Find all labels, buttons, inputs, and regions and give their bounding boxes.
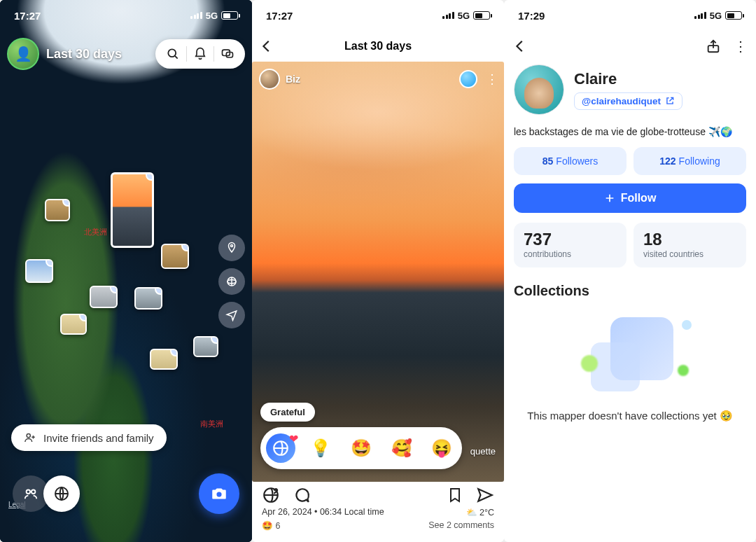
author-name: Biz [286, 74, 300, 85]
map-photo-pin[interactable] [90, 286, 118, 308]
map-topbar: 👤 Last 30 days [7, 38, 245, 70]
post-weather: ⛅ 2°C [466, 507, 494, 517]
empty-collections-text: This mapper doesn't have collections yet… [514, 410, 746, 422]
map-photo-pin[interactable] [111, 172, 154, 248]
action-pillbar [155, 39, 245, 69]
post-footer: Apr 26, 2024 • 06:34 Local time ⛅ 2°C 🤩 … [252, 482, 504, 542]
map-photo-pin[interactable] [150, 349, 178, 370]
author-avatar [259, 69, 280, 90]
battery-icon [725, 11, 742, 20]
signal-icon [694, 12, 706, 19]
back-button[interactable] [512, 39, 528, 54]
map-side-controls [218, 235, 245, 328]
camera-button[interactable] [199, 473, 239, 514]
share-icon[interactable] [706, 39, 721, 54]
map-label-na: 北美洲 [84, 227, 107, 237]
signal-icon [442, 12, 454, 19]
map-photo-pin[interactable] [161, 244, 189, 269]
svg-line-1 [175, 56, 178, 59]
bell-icon[interactable] [188, 47, 212, 61]
chat-icon[interactable] [216, 47, 239, 61]
pin-location-button[interactable] [218, 235, 245, 261]
invite-label: Invite friends and family [43, 432, 154, 444]
like-globe-icon[interactable] [262, 486, 280, 504]
invite-friends-button[interactable]: Invite friends and family [11, 424, 167, 451]
map-photo-pin[interactable] [193, 336, 218, 357]
profile-avatar[interactable]: 👤 [7, 38, 39, 70]
more-menu-icon[interactable]: ⋮ [486, 73, 498, 85]
post-timestamp: Apr 26, 2024 • 06:34 Local time [262, 507, 384, 517]
see-comments-link[interactable]: See 2 comments [428, 520, 494, 531]
locate-me-button[interactable] [218, 302, 245, 328]
svg-point-9 [31, 490, 35, 494]
profile-avatar[interactable] [514, 64, 564, 115]
search-icon[interactable] [161, 47, 185, 61]
svg-point-4 [231, 245, 233, 247]
send-icon[interactable] [476, 486, 494, 504]
map-photo-pin[interactable] [60, 314, 87, 335]
nav-title: Last 30 days [344, 40, 412, 53]
post-photo[interactable]: Biz ⋮ Grateful quette 💡 🤩 🥰 😝 [252, 62, 504, 482]
screen-post: 17:27 5G Last 30 days Biz [252, 0, 504, 542]
post-navbar: Last 30 days [252, 31, 504, 62]
network-label: 5G [458, 11, 470, 21]
reaction-bar: 💡 🤩 🥰 😝 [260, 427, 462, 469]
status-bar: 17:29 5G [504, 0, 756, 31]
contributions-card[interactable]: 737 contributions [514, 223, 626, 267]
post-author[interactable]: Biz [259, 69, 300, 90]
map-label-sa: 南美洲 [200, 419, 223, 429]
user-plus-icon [24, 431, 36, 444]
profile-handle-link[interactable]: @clairehaudiquet [574, 92, 682, 110]
svg-point-7 [27, 433, 30, 437]
network-label: 5G [710, 11, 722, 21]
reaction-count[interactable]: 🤩 6 [262, 520, 280, 531]
profile-name: Claire [574, 70, 682, 88]
separator [186, 46, 187, 62]
visibility-globe-icon[interactable] [459, 70, 477, 88]
follow-button[interactable]: Follow [514, 183, 746, 213]
map-photo-pin[interactable] [45, 199, 70, 221]
clock: 17:27 [14, 10, 41, 22]
comment-icon[interactable] [293, 486, 311, 504]
followers-button[interactable]: 85Followers [514, 147, 626, 175]
empty-collections-illustration [567, 314, 693, 398]
collections-heading: Collections [514, 283, 746, 299]
svg-point-8 [27, 490, 31, 494]
globe-view-button[interactable] [218, 268, 245, 295]
separator [214, 46, 214, 62]
reaction-globe-heart[interactable] [266, 433, 295, 463]
network-label: 5G [206, 11, 218, 21]
status-bar: 17:27 5G [252, 0, 504, 31]
mood-chip[interactable]: Grateful [260, 403, 315, 422]
feed-range-title[interactable]: Last 30 days [46, 47, 148, 62]
svg-point-0 [168, 49, 176, 57]
map-photo-pin[interactable] [134, 287, 162, 310]
screen-profile: 17:29 5G ⋮ Claire [504, 0, 756, 542]
svg-point-11 [216, 492, 221, 497]
status-bar: 17:27 5G [0, 0, 252, 31]
bookmark-icon[interactable] [447, 486, 463, 504]
reaction-starstruck[interactable]: 🤩 [346, 433, 376, 463]
screen-map: 北美洲 南美洲 17:27 5G 👤 Last 30 days [0, 0, 252, 542]
bottom-dock [0, 458, 252, 542]
reaction-idea[interactable]: 💡 [306, 433, 335, 463]
reaction-love[interactable]: 🥰 [387, 433, 416, 463]
battery-icon [221, 11, 238, 20]
reaction-silly[interactable]: 😝 [427, 433, 456, 463]
clock: 17:29 [518, 10, 545, 22]
clock: 17:27 [266, 10, 293, 22]
back-button[interactable] [259, 39, 274, 54]
plus-icon [604, 193, 615, 204]
countries-card[interactable]: 18 visited countries [634, 223, 746, 267]
more-menu-icon[interactable]: ⋮ [734, 38, 748, 55]
following-button[interactable]: 122Following [634, 147, 746, 175]
battery-icon [473, 11, 490, 20]
globe-button[interactable] [43, 475, 80, 512]
location-overlay: quette [470, 446, 496, 457]
signal-icon [190, 12, 202, 19]
profile-navbar: ⋮ [504, 31, 756, 62]
profile-bio: les backstages de ma vie de globe-trotte… [514, 126, 746, 137]
map-photo-pin[interactable] [25, 259, 53, 283]
external-link-icon [665, 96, 675, 106]
